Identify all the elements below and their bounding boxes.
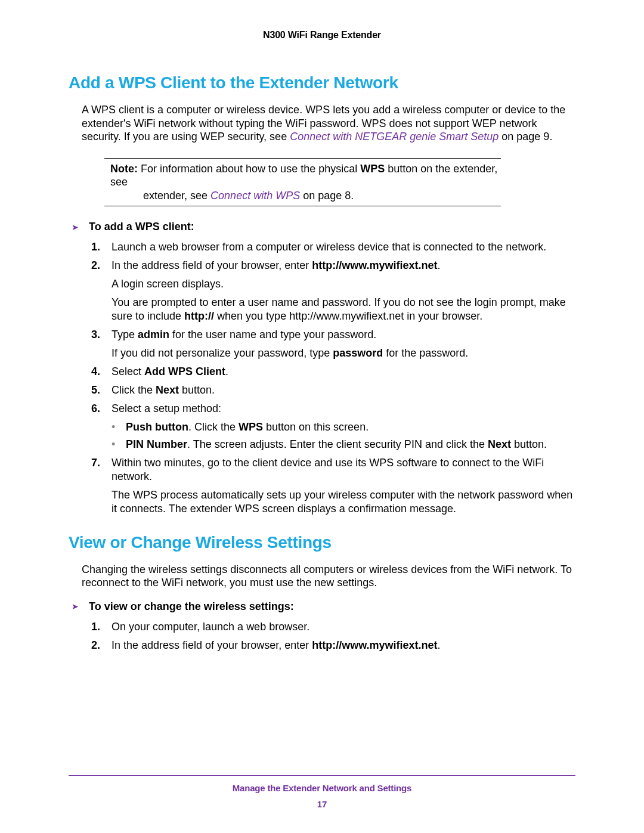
footer-chapter-title: Manage the Extender Network and Settings: [69, 783, 575, 793]
section-heading-wps: Add a WPS Client to the Extender Network: [69, 73, 575, 92]
bold-wps: WPS: [360, 163, 385, 175]
step-4: 4. Select Add WPS Client.: [91, 365, 575, 379]
note-content: Note: For information about how to use t…: [104, 159, 501, 206]
step-2-followup-1: A login screen displays.: [112, 277, 575, 291]
section1-intro: A WPS client is a computer or wireless d…: [69, 103, 575, 144]
bullet-icon: •: [112, 438, 117, 451]
step-number: 5.: [91, 383, 104, 397]
step-6-bullets: • Push button. Click the WPS button on t…: [69, 420, 575, 451]
bullet-icon: •: [112, 420, 117, 434]
step-number: 7.: [91, 456, 104, 484]
procedure-label: To add a WPS client:: [89, 221, 194, 233]
step-number: 2.: [91, 259, 104, 272]
step-text: Within two minutes, go to the client dev…: [112, 456, 575, 484]
step-text: In the address field of your browser, en…: [112, 639, 575, 652]
document-page: N300 WiFi Range Extender Add a WPS Clien…: [0, 0, 644, 833]
chevron-right-icon: ➤: [69, 602, 82, 611]
step-7: 7. Within two minutes, go to the client …: [91, 456, 575, 484]
footer-rule: [69, 775, 575, 776]
note-line2: extender, see Connect with WPS on page 8…: [110, 190, 354, 202]
step-text: In the address field of your browser, en…: [112, 259, 575, 272]
url-mywifiext: http://www.mywifiext.net: [312, 259, 437, 271]
step-text: Select a setup method:: [112, 402, 575, 416]
procedure-label: To view or change the wireless settings:: [89, 600, 294, 613]
link-genie-smart-setup[interactable]: Connect with NETGEAR genie Smart Setup: [290, 131, 499, 143]
step-1: 1. On your computer, launch a web browse…: [91, 620, 575, 634]
steps-cont3: 7. Within two minutes, go to the client …: [69, 456, 575, 484]
section2-intro: Changing the wireless settings disconnec…: [69, 563, 575, 590]
step-2: 2. In the address field of your browser,…: [91, 259, 575, 272]
step-text: Select Add WPS Client.: [112, 365, 575, 379]
step-2-followup-2: You are prompted to enter a user name an…: [112, 296, 575, 323]
step-1: 1. Launch a web browser from a computer …: [91, 240, 575, 254]
step-number: 6.: [91, 402, 104, 416]
url-mywifiext: http://www.mywifiext.net: [312, 639, 437, 651]
note-rule-bottom: [104, 206, 501, 206]
page-footer: Manage the Extender Network and Settings…: [69, 775, 575, 809]
text: on page 9.: [499, 131, 552, 143]
steps-list-add-wps: 1. Launch a web browser from a computer …: [69, 240, 575, 272]
steps-cont: 3. Type admin for the user name and type…: [69, 328, 575, 342]
page-number: 17: [69, 799, 575, 809]
procedure-heading-view-wireless: ➤ To view or change the wireless setting…: [69, 600, 575, 613]
bullet-push-button: • Push button. Click the WPS button on t…: [112, 420, 575, 434]
note-block: Note: For information about how to use t…: [104, 158, 501, 207]
link-connect-with-wps[interactable]: Connect with WPS: [210, 190, 300, 202]
steps-list-view-wireless: 1. On your computer, launch a web browse…: [69, 620, 575, 652]
step-text: On your computer, launch a web browser.: [112, 620, 575, 634]
step-2: 2. In the address field of your browser,…: [91, 639, 575, 652]
chevron-right-icon: ➤: [69, 222, 82, 232]
steps-cont2: 4. Select Add WPS Client. 5. Click the N…: [69, 365, 575, 416]
step-number: 2.: [91, 639, 104, 652]
bullet-pin-number: • PIN Number. The screen adjusts. Enter …: [112, 438, 575, 451]
procedure-heading-add-wps: ➤ To add a WPS client:: [69, 221, 575, 233]
section-heading-wireless-settings: View or Change Wireless Settings: [69, 533, 575, 552]
step-number: 1.: [91, 620, 104, 634]
step-6: 6. Select a setup method:: [91, 402, 575, 416]
text: For information about how to use the phy…: [138, 163, 360, 175]
step-text: Click the Next button.: [112, 383, 575, 397]
step-text: Launch a web browser from a computer or …: [112, 240, 575, 254]
step-5: 5. Click the Next button.: [91, 383, 575, 397]
step-number: 4.: [91, 365, 104, 379]
step-number: 3.: [91, 328, 104, 342]
note-label: Note:: [110, 163, 138, 175]
step-number: 1.: [91, 240, 104, 254]
running-header: N300 WiFi Range Extender: [69, 30, 575, 41]
step-3-followup: If you did not personalize your password…: [112, 346, 575, 360]
step-text: Type admin for the user name and type yo…: [112, 328, 575, 342]
step-3: 3. Type admin for the user name and type…: [91, 328, 575, 342]
step-7-followup: The WPS process automatically sets up yo…: [112, 488, 575, 516]
text: on page 8.: [300, 190, 354, 202]
